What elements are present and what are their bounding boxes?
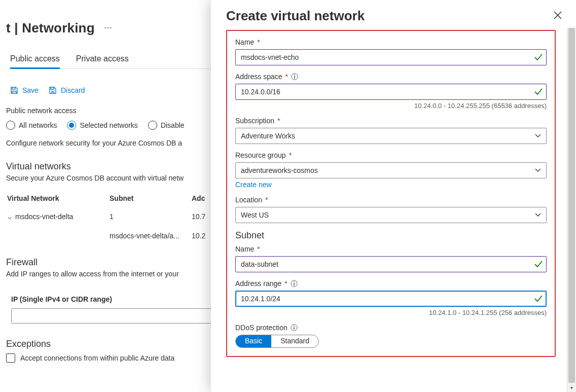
radio-all-networks[interactable]: All networks — [6, 121, 57, 130]
resource-group-select[interactable]: adventureworks-cosmos — [235, 162, 547, 179]
required-icon: * — [285, 73, 288, 81]
address-space-input[interactable] — [235, 84, 547, 100]
chevron-down-icon[interactable]: ⌵ — [7, 212, 12, 221]
check-icon — [534, 53, 543, 61]
ddos-standard-option[interactable]: Standard — [271, 335, 318, 347]
required-icon: * — [257, 38, 260, 46]
check-icon — [534, 88, 543, 96]
tab-private-access[interactable]: Private access — [76, 54, 129, 69]
col-vnet: Virtual Network — [7, 190, 109, 206]
radio-circle-icon — [67, 121, 76, 130]
info-icon[interactable] — [291, 73, 298, 80]
radio-selected-networks[interactable]: Selected networks — [67, 121, 137, 130]
cell-subnet: msdocs-vnet-delta/a... — [110, 227, 191, 245]
exceptions-label: Accept connections from within public Az… — [20, 354, 174, 362]
radio-label: Selected networks — [80, 121, 137, 129]
page-more-icon[interactable]: ··· — [95, 21, 113, 35]
resource-group-value: adventureworks-cosmos — [241, 166, 318, 174]
location-value: West US — [241, 211, 269, 219]
name-label: Name — [235, 38, 254, 46]
save-icon — [10, 86, 18, 94]
location-label: Location — [235, 196, 262, 204]
check-icon — [534, 295, 543, 303]
info-icon[interactable] — [291, 280, 298, 287]
panel-title: Create virtual network — [226, 8, 365, 24]
address-range-input[interactable] — [235, 291, 547, 307]
create-new-link[interactable]: Create new — [235, 181, 272, 189]
ddos-toggle[interactable]: Basic Standard — [235, 335, 319, 348]
ddos-label: DDoS protection — [235, 324, 287, 332]
required-icon: * — [289, 151, 292, 159]
chevron-down-icon — [535, 212, 541, 218]
scrollbar[interactable]: ▾ — [567, 28, 576, 392]
required-icon: * — [257, 245, 260, 253]
subscription-value: Adventure Works — [241, 132, 295, 140]
chevron-down-icon — [535, 133, 541, 139]
discard-label: Discard — [61, 86, 85, 94]
chevron-down-icon — [535, 167, 541, 173]
save-button[interactable]: Save — [10, 86, 39, 94]
exceptions-checkbox[interactable] — [6, 353, 15, 363]
radio-label: Disable — [161, 121, 185, 129]
info-icon[interactable] — [291, 324, 298, 331]
page-title: t | Networking — [6, 20, 95, 36]
subnet-name-label: Name — [235, 245, 254, 253]
scrollbar-thumb[interactable] — [568, 28, 575, 383]
col-subnet: Subnet — [110, 190, 191, 206]
radio-circle-icon — [6, 121, 15, 130]
check-icon — [534, 260, 543, 268]
required-icon: * — [277, 117, 280, 125]
required-icon: * — [265, 196, 268, 204]
subscription-select[interactable]: Adventure Works — [235, 128, 547, 144]
subnet-heading: Subnet — [235, 230, 547, 241]
save-label: Save — [22, 86, 39, 94]
address-range-label: Address range — [235, 279, 281, 288]
name-input[interactable] — [235, 49, 547, 65]
close-icon — [554, 11, 562, 19]
panel-highlight-frame: Name * Address space * — [226, 30, 556, 357]
resource-group-label: Resource group — [235, 151, 286, 159]
location-select[interactable]: West US — [235, 207, 547, 223]
address-space-label: Address space — [235, 73, 282, 81]
subnet-name-input[interactable] — [235, 256, 547, 272]
address-range-helper: 10.24.1.0 - 10.24.1.255 (256 addresses) — [235, 307, 547, 316]
radio-label: All networks — [19, 121, 57, 129]
address-space-helper: 10.24.0.0 - 10.24.255.255 (65536 address… — [235, 100, 547, 110]
discard-icon — [49, 86, 57, 94]
required-icon: * — [284, 279, 287, 288]
tab-public-access[interactable]: Public access — [10, 54, 60, 69]
cell-vnet: msdocs-vnet-delta — [15, 212, 73, 221]
radio-circle-icon — [148, 121, 157, 130]
subscription-label: Subscription — [235, 117, 274, 125]
create-vnet-panel: Create virtual network Name * — [211, 0, 576, 392]
discard-button[interactable]: Discard — [49, 86, 85, 94]
radio-disable[interactable]: Disable — [148, 121, 185, 130]
ddos-basic-option[interactable]: Basic — [236, 335, 271, 347]
scrollbar-down-arrow[interactable]: ▾ — [567, 383, 576, 392]
close-button[interactable] — [554, 11, 562, 21]
cell-subnet: 1 — [110, 207, 191, 226]
